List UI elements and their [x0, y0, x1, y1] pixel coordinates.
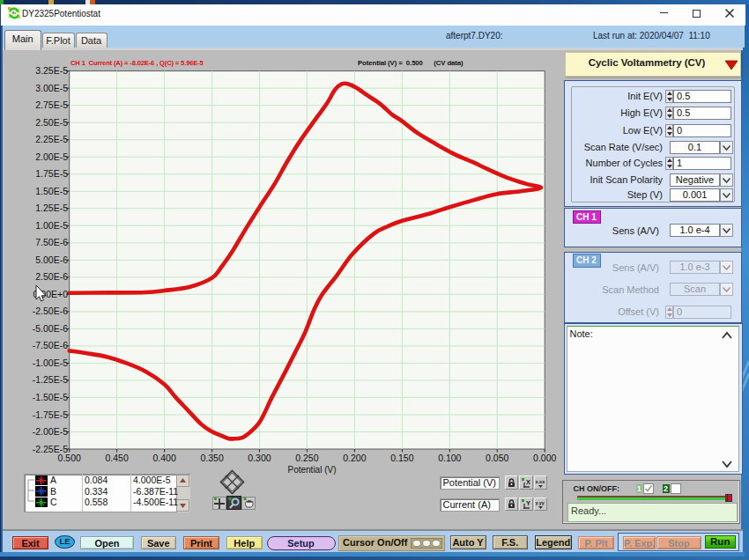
svg-text:Y: Y — [526, 499, 530, 507]
svg-text:X: X — [526, 478, 530, 486]
svg-text:y.yy: y.yy — [536, 500, 545, 505]
svg-text:x.xx: x.xx — [536, 478, 546, 483]
